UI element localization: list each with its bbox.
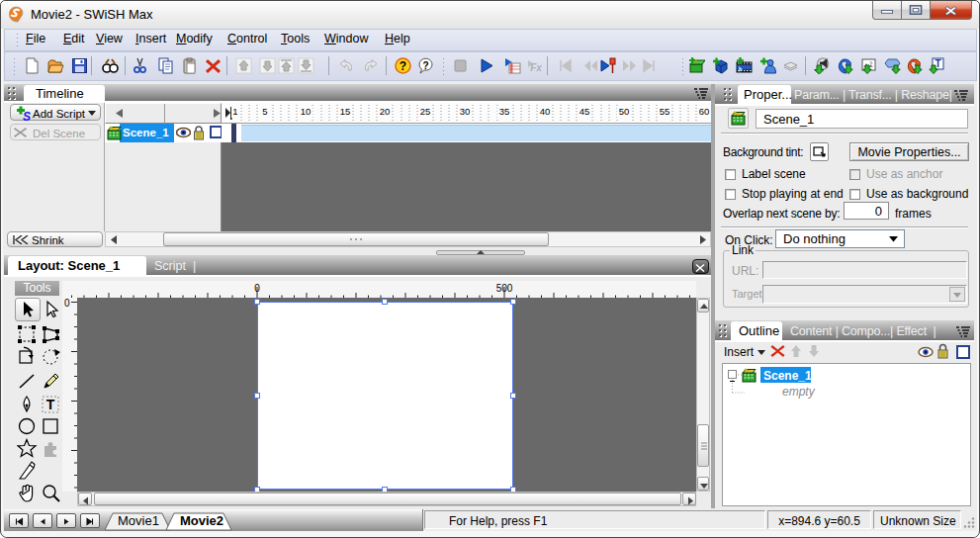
svg-text:60: 60 <box>699 106 710 117</box>
svg-text:500: 500 <box>496 283 513 294</box>
svg-text:?: ? <box>400 59 406 73</box>
svg-text:45: 45 <box>579 106 590 117</box>
svg-text:1: 1 <box>232 106 237 117</box>
svg-text:?: ? <box>422 60 428 71</box>
svg-text:S: S <box>23 110 31 122</box>
svg-text:40: 40 <box>540 106 551 117</box>
svg-text:0: 0 <box>64 298 70 309</box>
svg-text:5: 5 <box>262 106 267 117</box>
svg-text:10: 10 <box>301 106 312 117</box>
svg-text:30: 30 <box>460 106 471 117</box>
svg-text:20: 20 <box>380 106 391 117</box>
svg-text:15: 15 <box>340 106 351 117</box>
svg-text:T: T <box>46 397 55 412</box>
svg-text:35: 35 <box>499 106 510 117</box>
svg-text:55: 55 <box>660 106 670 117</box>
svg-text:25: 25 <box>420 106 431 117</box>
svg-text:0: 0 <box>254 283 260 294</box>
svg-text:Fx: Fx <box>530 62 542 73</box>
svg-text:50: 50 <box>619 106 630 117</box>
